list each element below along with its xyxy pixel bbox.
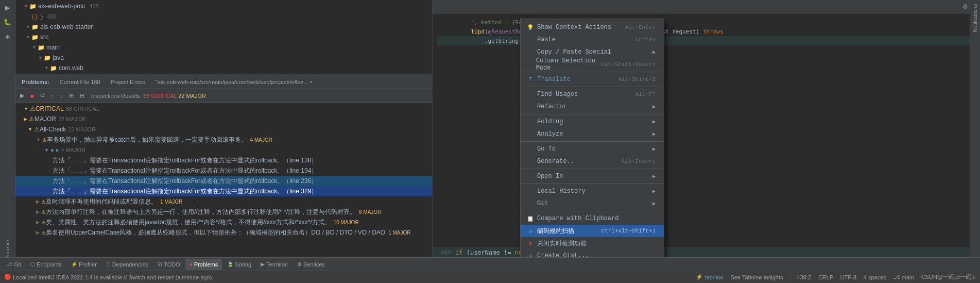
problems-item[interactable]: ▶ ⚠ 类、类属性、类方法的注释必须使用javadoc规范，使用/**内容*/格… [15,217,432,227]
menu-item-column-selection[interactable]: Column Selection Mode Alt+Shift+Insert [521,58,664,71]
expand-arrow: ▶ [36,199,40,204]
bookmark-icon[interactable]: ◈ [2,31,13,42]
menu-item-goto[interactable]: Go To ▶ [521,143,664,155]
tree-item[interactable]: ▼ 📁 main [15,42,432,53]
tree-item[interactable]: { } } 439 [15,11,432,22]
menu-item-code-scan[interactable]: ⚙ 编码规约扫描 Ctrl+Alt+Shift+J [521,225,664,237]
status-spaces[interactable]: 4 spaces [862,274,888,280]
menu-item-show-context-actions[interactable]: 💡 Show Context Actions Alt+Enter [521,21,664,34]
menu-item-open-in[interactable]: Open In ▶ [521,170,664,182]
submenu-arrow: ▶ [652,119,656,125]
menu-item-local-history[interactable]: Local History ▶ [521,185,664,197]
status-tabnine-insights[interactable]: See Tabnine Insights [729,274,785,280]
notifications-label[interactable]: Notifications [972,4,978,32]
problems-item[interactable]: ▶ ⚠ 及时清理不再使用的代码段或配置信息。 1 MAJOR [15,196,432,207]
tree-item[interactable]: ▼ 📁 ais-esb-web-starter [15,22,432,32]
status-position[interactable]: 438:2 [795,274,813,280]
run-icon[interactable]: ▶ [2,2,13,13]
settings-icon[interactable]: ⚙ [961,2,969,11]
toolbar-run-btn[interactable]: ▶ [19,92,26,99]
status-charset[interactable]: UTF-8 [838,274,858,280]
tab-git[interactable]: ⎇ Git [2,259,25,270]
expand-arrow: ▼ [36,137,41,142]
tree-item[interactable]: ▼ 📁 src [15,32,432,42]
toolbar-expand-btn[interactable]: ⊞ [67,92,75,99]
toolbar-filter-btn[interactable]: ⊟ [78,92,86,99]
status-crlf[interactable]: CRLF [816,274,835,280]
lightbulb-icon: 💡 [527,24,534,31]
expand-arrow: ▼ [38,55,43,60]
menu-item-generate[interactable]: Generate... Alt+Insert [521,155,664,168]
structure-icon[interactable]: Structure [2,244,13,255]
debug-icon[interactable]: 🐛 [2,16,13,28]
menu-item-folding[interactable]: Folding ▶ [521,115,664,128]
problem-badge: 6 MAJOR [359,209,381,215]
status-branch[interactable]: ⎇ main [891,274,916,280]
status-tabnine[interactable]: ⚡ tabnine [694,274,725,280]
menu-item-analyze[interactable]: Analyze ▶ [521,128,664,140]
tab-problems-label: Problems: [18,77,54,87]
toolbar-up-btn[interactable]: ↑ [49,92,56,99]
branch-icon: ⎇ [893,274,900,280]
tab-endpoints[interactable]: ⬡ Endpoints [26,259,66,270]
folder-icon: 📁 [44,55,51,61]
scan-icon: ⚙ [527,228,534,235]
folder-icon: 📁 [50,65,57,72]
problems-allcheck-group[interactable]: ▼ ⚠ All-Check 22 MAJOR [15,124,432,135]
problems-tab-icon: ● [190,261,193,267]
tree-item[interactable]: ▼ 📁 java [15,53,432,63]
profiler-tab-icon: ⚡ [71,261,77,267]
tree-item[interactable]: ▼ 📁 com.web [15,63,432,73]
menu-item-disable-realtime[interactable]: ⊘ 关闭实时检测功能 [521,237,664,249]
status-idea-update[interactable]: 🔴 Localized IntelliJ IDEA 2022.1.4 is av… [2,274,214,280]
menu-item-create-gist[interactable]: ⊙ Create Gist... [521,249,664,257]
problem-badge: 1 MAJOR [388,230,410,236]
problems-list[interactable]: ▼ ⚠ CRITICAL 68 CRITICAL ▶ ⚠ MAJOR 22 MA… [15,103,432,257]
menu-item-find-usages[interactable]: Find Usages Alt+F7 [521,88,664,101]
menu-item-compare-clipboard[interactable]: 📋 Compare with Clipboard [521,212,664,225]
dot-indicator: ● ● [50,147,59,153]
toolbar-rerun-btn[interactable]: ↺ [39,92,46,99]
problems-code-item[interactable]: 方法「……」需要在Transactional注解指定rollbackFor或者在… [15,176,432,186]
toolbar-stop-btn[interactable]: ■ [29,92,36,99]
tab-terminal[interactable]: ▶ Terminal [256,259,292,270]
problems-major-group[interactable]: ▶ ⚠ MAJOR 22 MAJOR [15,114,432,124]
menu-item-copy-paste-special[interactable]: Copy / Paste Special ▶ [521,46,664,58]
tab-profiler[interactable]: ⚡ Profiler [67,259,101,270]
tab-todo[interactable]: ☑ TODO [153,259,184,270]
menu-item-git[interactable]: Git ▶ [521,197,664,210]
tree-item[interactable]: ▼ 📁 ais-esb-web-pmc 438 [15,1,432,11]
problems-item[interactable]: ▶ ⚠ 方法内部单行注释，在被注释语句上方另起一行，使用//注释，方法内部多行注… [15,207,432,217]
problems-dots-item[interactable]: ▼ ● ● 4 MAJOR [15,145,432,155]
menu-label: Create Gist... [537,252,589,257]
tab-services[interactable]: ⚙ Services [293,259,329,270]
problems-code-item[interactable]: 方法「……」需要在Transactional注解指定rollbackFor或者在… [15,186,432,196]
tab-project-errors[interactable]: Project Errors [107,77,149,87]
tab-dependencies[interactable]: ⬡ Dependencies [102,259,152,270]
menu-label: Paste [537,36,556,43]
problems-item[interactable]: ▶ ⚠ 类名使用UpperCamelCase风格，必须遵从驼峰形式，但以下情形例… [15,227,432,238]
tab-todo-label: TODO [164,261,180,268]
services-tab-icon: ⚙ [297,261,302,267]
tab-problems[interactable]: ● Problems [185,259,222,270]
submenu-arrow: ▶ [652,131,656,137]
menu-shortcut: Alt+Shift+Z [618,76,656,82]
tree-node-label: ais-esb-web-starter [40,23,93,30]
menu-item-paste[interactable]: Paste Ctrl+V [521,34,664,46]
menu-label: Copy / Paste Special [537,48,611,56]
tab-current-file[interactable]: Current File 160 [56,77,105,87]
tree-node-label: ais-esb-web-pmc [38,3,85,10]
expand-arrow: ▼ [44,147,49,153]
status-user[interactable]: CSDN@一码归一码⊙ [919,273,978,281]
menu-item-refactor[interactable]: Refactor ▶ [521,101,664,113]
problems-code-item[interactable]: 方法「……」需要在Transactional注解指定rollbackFor或者在… [15,155,432,165]
tab-spring[interactable]: 🍃 Spring [223,259,255,270]
problems-item[interactable]: ▼ ⚠ 事务场景中，抛出异常被catch后，如果需要回滚，一定要手动回滚事务。 … [15,135,432,145]
menu-item-translate[interactable]: T Translate Alt+Shift+Z [521,73,664,86]
problems-critical-group[interactable]: ▼ ⚠ CRITICAL 68 CRITICAL [15,104,432,114]
toolbar-down-btn[interactable]: ↓ [58,92,64,99]
problems-code-item[interactable]: 方法「……」需要在Transactional注解指定rollbackFor或者在… [15,165,432,176]
menu-label: Folding [537,118,563,125]
menu-divider [521,184,664,184]
problem-text: 类、类属性、类方法的注释必须使用javadoc规范，使用/**内容*/格式，不得… [46,218,331,227]
